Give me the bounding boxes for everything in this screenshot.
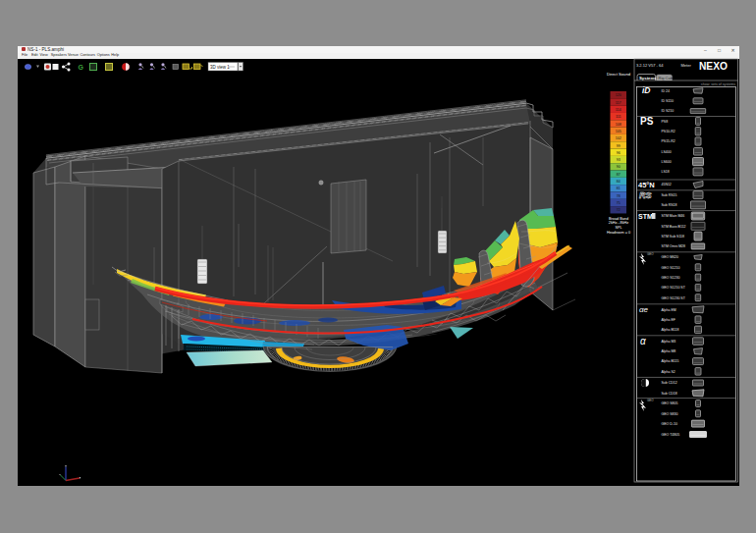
svg-text:3.2.12 V57 - 64: 3.2.12 V57 - 64	[636, 63, 664, 68]
svg-text:120: 120	[616, 93, 621, 97]
svg-text:GEO S830: GEO S830	[662, 412, 678, 416]
svg-text:111: 111	[616, 115, 621, 119]
svg-text:STM: STM	[638, 213, 653, 220]
svg-text:Alpha EM: Alpha EM	[662, 308, 676, 312]
svg-text:RS: RS	[639, 190, 652, 200]
svg-text:108: 108	[616, 123, 621, 127]
svg-text:Alpha M8: Alpha M8	[662, 349, 676, 353]
svg-text:αe: αe	[639, 305, 649, 314]
svg-text:96: 96	[617, 151, 621, 155]
svg-text:90: 90	[617, 165, 621, 169]
svg-text:GEO S805: GEO S805	[662, 401, 678, 405]
svg-text:SPL: SPL	[615, 226, 621, 230]
svg-text:Broad Band: Broad Band	[609, 217, 628, 221]
svg-text:Meter: Meter	[681, 63, 692, 68]
svg-text:GEO S1210 ST: GEO S1210 ST	[662, 286, 686, 290]
svg-text:NEXO: NEXO	[699, 61, 728, 72]
svg-text:78: 78	[617, 194, 621, 198]
svg-text:Sub CD12: Sub CD12	[662, 381, 677, 385]
svg-text:LS600: LS600	[662, 160, 672, 164]
svg-text:105: 105	[616, 130, 621, 133]
svg-text:Sub RS18: Sub RS18	[662, 203, 677, 207]
svg-text:3D view 1: 3D view 1	[210, 65, 230, 70]
svg-text:GEO: GEO	[647, 252, 654, 256]
svg-text:STM Main M46: STM Main M46	[662, 214, 685, 218]
svg-text:99: 99	[617, 144, 621, 148]
svg-text:PS15-R2: PS15-R2	[662, 139, 675, 143]
svg-text:ID S210: ID S210	[662, 109, 675, 113]
svg-text:Direct Sound: Direct Sound	[607, 72, 631, 77]
svg-text:PS10-R2: PS10-R2	[662, 130, 675, 133]
svg-text:Systems: Systems	[639, 76, 657, 80]
svg-text:GEO: GEO	[647, 399, 654, 402]
svg-text:75: 75	[617, 201, 621, 205]
svg-text:Alpha B118: Alpha B118	[662, 328, 679, 332]
svg-text:87: 87	[617, 173, 621, 177]
svg-text:GEO D-10: GEO D-10	[662, 422, 677, 426]
svg-text:84: 84	[617, 180, 621, 184]
svg-text:PS8: PS8	[662, 120, 669, 124]
svg-text:ID S110: ID S110	[662, 99, 674, 103]
svg-text:93: 93	[617, 158, 621, 162]
svg-text:Sub CD18: Sub CD18	[662, 392, 677, 396]
svg-text:Alpha S2: Alpha S2	[662, 370, 675, 374]
svg-text:114: 114	[616, 108, 621, 112]
svg-text:45°N: 45°N	[638, 181, 655, 189]
svg-text:GEO S1230: GEO S1230	[662, 276, 680, 280]
svg-text:STM Bass B112: STM Bass B112	[662, 225, 686, 229]
svg-text:G: G	[79, 64, 84, 71]
svg-text:Alpha M3: Alpha M3	[662, 340, 676, 344]
svg-text:LS18: LS18	[662, 170, 670, 174]
svg-text:PS: PS	[640, 116, 654, 127]
svg-text:72: 72	[617, 208, 621, 212]
svg-text:102: 102	[616, 136, 621, 140]
svg-text:LS400: LS400	[662, 150, 672, 154]
svg-text:α: α	[640, 336, 646, 346]
svg-text:GEO M620: GEO M620	[662, 255, 679, 259]
svg-text:STM Omni M28: STM Omni M28	[662, 244, 686, 248]
svg-text:GEO S1230 ST: GEO S1230 ST	[662, 296, 686, 300]
svg-text:GEO S1210: GEO S1210	[662, 266, 680, 270]
svg-text:117: 117	[616, 101, 621, 105]
svg-text:GEO T4805: GEO T4805	[662, 433, 680, 437]
svg-text:2kHz...8kHz: 2kHz...8kHz	[609, 221, 629, 225]
svg-text:iD: iD	[642, 85, 651, 95]
svg-text:45N12: 45N12	[662, 183, 672, 187]
svg-text:Alpha B115: Alpha B115	[662, 359, 679, 363]
svg-text:STM Sub S118: STM Sub S118	[662, 235, 685, 239]
svg-text:81: 81	[617, 187, 621, 190]
svg-text:show: sets of systems: show: sets of systems	[701, 82, 735, 86]
svg-text:Alpha EF: Alpha EF	[662, 318, 675, 322]
svg-text:ID 24: ID 24	[662, 89, 670, 93]
svg-text:Headroom = 0: Headroom = 0	[607, 231, 630, 235]
svg-text:Rig Cab: Rig Cab	[659, 76, 674, 80]
svg-text:Sub RS15: Sub RS15	[662, 193, 677, 197]
